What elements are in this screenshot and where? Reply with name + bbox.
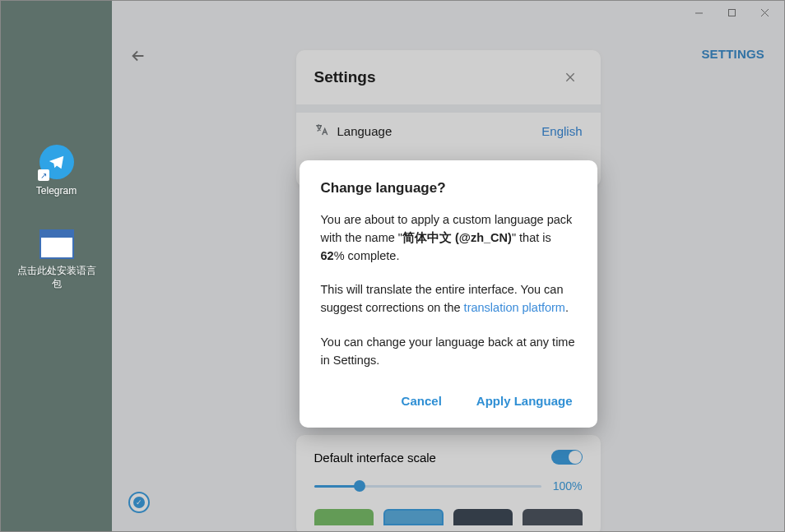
telegram-icon: ↗ (39, 145, 74, 179)
cancel-button[interactable]: Cancel (398, 387, 445, 414)
desktop-icon-telegram[interactable]: ↗ Telegram (16, 145, 98, 197)
desktop-icon-label: Telegram (16, 184, 98, 197)
translation-platform-link[interactable]: translation platform (464, 301, 565, 314)
change-language-modal: Change language? You are about to apply … (300, 160, 597, 428)
file-icon (39, 229, 74, 259)
apply-language-button[interactable]: Apply Language (473, 387, 576, 414)
modal-paragraph-1: You are about to apply a custom language… (321, 211, 576, 265)
modal-paragraph-3: You can change your language back at any… (321, 334, 576, 370)
desktop-icon-langpack[interactable]: 点击此处安装语言包 (16, 229, 98, 290)
modal-paragraph-2: This will translate the entire interface… (321, 281, 576, 317)
modal-title: Change language? (321, 180, 576, 197)
app-window: SETTINGS Settings Language English Conne… (112, 1, 784, 531)
modal-actions: Cancel Apply Language (321, 384, 576, 414)
desktop-icon-label: 点击此处安装语言包 (16, 264, 98, 290)
shortcut-arrow-icon: ↗ (38, 169, 49, 181)
desktop-background: ↗ Telegram 点击此处安装语言包 (1, 1, 112, 531)
